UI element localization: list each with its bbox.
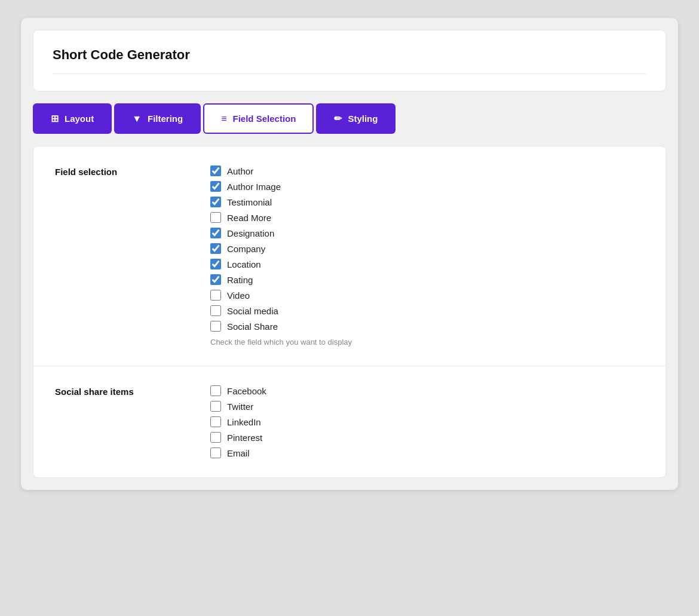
checkbox-video[interactable]: [210, 290, 221, 301]
outer-card: Short Code Generator ⊞ Layout ▼ Filterin…: [21, 18, 678, 490]
social-share-label: Social share items: [55, 385, 186, 458]
filter-icon: ▼: [132, 114, 142, 124]
field-selection-label: Field selection: [55, 166, 186, 347]
checkbox-author-image[interactable]: [210, 181, 221, 192]
list-item[interactable]: Social media: [210, 305, 352, 316]
tab-field-selection-label: Field Selection: [233, 114, 296, 124]
checkbox-location-label: Location: [227, 259, 261, 269]
list-item[interactable]: Rating: [210, 274, 352, 285]
list-item[interactable]: Testimonial: [210, 197, 352, 207]
checkbox-author-label: Author: [227, 166, 253, 176]
list-item[interactable]: Email: [210, 448, 266, 458]
tab-layout[interactable]: ⊞ Layout: [33, 103, 112, 134]
checkbox-rating-label: Rating: [227, 275, 253, 285]
field-selection-icon: ≡: [221, 114, 226, 124]
tab-styling-label: Styling: [348, 114, 378, 124]
checkbox-social-media[interactable]: [210, 305, 221, 316]
field-checkbox-list: Author Author Image Testimonial: [210, 166, 352, 332]
checkbox-rating[interactable]: [210, 274, 221, 285]
checkbox-pinterest-label: Pinterest: [227, 433, 262, 443]
tab-styling[interactable]: ✏ Styling: [316, 103, 396, 134]
checkbox-social-share-label: Social Share: [227, 321, 278, 332]
checkbox-email-label: Email: [227, 448, 250, 458]
list-item[interactable]: Facebook: [210, 385, 266, 396]
content-card: Field selection Author Author Image: [33, 146, 666, 478]
list-item[interactable]: Designation: [210, 228, 352, 238]
styling-icon: ✏: [334, 113, 342, 124]
checkbox-read-more[interactable]: [210, 212, 221, 223]
checkbox-read-more-label: Read More: [227, 213, 271, 223]
checkbox-testimonial[interactable]: [210, 197, 221, 207]
tab-field-selection[interactable]: ≡ Field Selection: [203, 103, 314, 134]
header-card: Short Code Generator: [33, 30, 666, 91]
checkbox-linkedin-label: LinkedIn: [227, 417, 261, 427]
list-item[interactable]: Twitter: [210, 401, 266, 412]
list-item[interactable]: Video: [210, 290, 352, 301]
checkbox-author-image-label: Author Image: [227, 182, 281, 192]
tab-layout-label: Layout: [65, 114, 94, 124]
checkbox-social-share[interactable]: [210, 321, 221, 332]
checkbox-facebook-label: Facebook: [227, 386, 266, 396]
checkbox-company-label: Company: [227, 244, 265, 254]
field-selection-hint: Check the field which you want to displa…: [210, 338, 352, 347]
list-item[interactable]: Pinterest: [210, 432, 266, 443]
list-item[interactable]: LinkedIn: [210, 416, 266, 427]
list-item[interactable]: Read More: [210, 212, 352, 223]
checkbox-company[interactable]: [210, 243, 221, 254]
checkbox-facebook[interactable]: [210, 385, 221, 396]
checkbox-pinterest[interactable]: [210, 432, 221, 443]
social-share-section: Social share items Facebook Twitter: [33, 366, 666, 477]
list-item[interactable]: Social Share: [210, 321, 352, 332]
checkbox-location[interactable]: [210, 259, 221, 269]
tab-filtering[interactable]: ▼ Filtering: [114, 103, 201, 134]
checkbox-twitter-label: Twitter: [227, 402, 253, 412]
field-selection-section: Field selection Author Author Image: [33, 146, 666, 366]
list-item[interactable]: Author Image: [210, 181, 352, 192]
checkbox-designation[interactable]: [210, 228, 221, 238]
checkbox-email[interactable]: [210, 448, 221, 458]
social-share-checkbox-list: Facebook Twitter LinkedIn: [210, 385, 266, 458]
checkbox-social-media-label: Social media: [227, 306, 278, 316]
list-item[interactable]: Company: [210, 243, 352, 254]
layout-icon: ⊞: [51, 113, 59, 124]
checkbox-twitter[interactable]: [210, 401, 221, 412]
tabs-row: ⊞ Layout ▼ Filtering ≡ Field Selection ✏…: [33, 103, 666, 134]
list-item[interactable]: Author: [210, 166, 352, 176]
checkbox-linkedin[interactable]: [210, 416, 221, 427]
checkbox-testimonial-label: Testimonial: [227, 197, 272, 207]
list-item[interactable]: Location: [210, 259, 352, 269]
page-title: Short Code Generator: [53, 47, 646, 63]
tab-filtering-label: Filtering: [148, 114, 183, 124]
checkbox-video-label: Video: [227, 290, 250, 301]
checkbox-author[interactable]: [210, 166, 221, 176]
checkbox-designation-label: Designation: [227, 228, 274, 238]
